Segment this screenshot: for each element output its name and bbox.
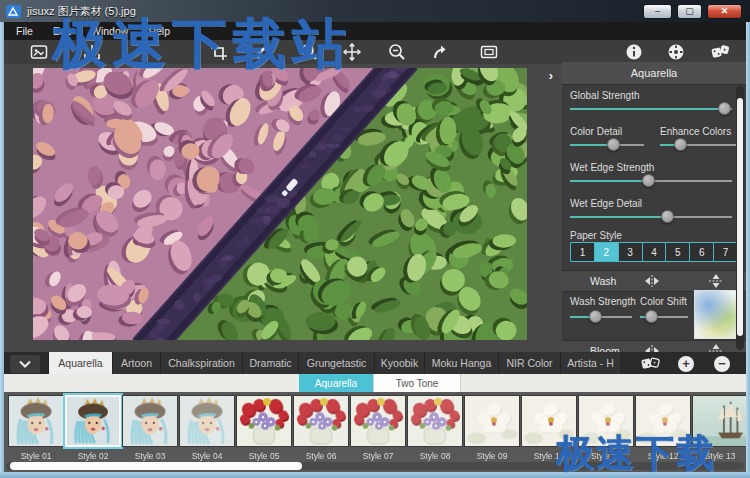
- paper-style-6[interactable]: 6: [689, 242, 714, 262]
- pan-icon[interactable]: [342, 42, 362, 62]
- collapse-strip-button[interactable]: [10, 355, 40, 373]
- wash-section-bar[interactable]: Wash: [562, 270, 746, 292]
- wet-edge-detail-slider[interactable]: [570, 210, 732, 224]
- color-detail-label: Color Detail: [570, 126, 622, 137]
- slider-knob[interactable]: [642, 174, 655, 187]
- menu-item-edit[interactable]: Edit: [53, 25, 71, 37]
- zoom-out-icon[interactable]: [387, 42, 407, 62]
- add-preset-button[interactable]: +: [678, 356, 694, 372]
- paper-style-label: Paper Style: [570, 230, 622, 241]
- subtab-two-tone[interactable]: Two Tone: [373, 374, 461, 392]
- style-thumbnail-style-05[interactable]: Style 05: [236, 395, 292, 461]
- flip-horizontal-icon[interactable]: [644, 344, 660, 352]
- slider-knob[interactable]: [645, 310, 658, 323]
- panel-scrollbar-thumb[interactable]: [737, 98, 743, 336]
- tab-artoon[interactable]: Artoon: [112, 352, 160, 374]
- randomize-icon[interactable]: [710, 42, 730, 62]
- tab-grungetastic[interactable]: Grungetastic: [298, 352, 374, 374]
- style-preview-image[interactable]: [521, 395, 577, 447]
- paper-style-7[interactable]: 7: [713, 242, 738, 262]
- style-preview-image[interactable]: [635, 395, 691, 447]
- paper-style-buttons: 1234567: [570, 242, 738, 262]
- title-bar[interactable]: jisuxz 图片素材 (5).jpg – ▢ ✕: [0, 0, 750, 22]
- style-preview-image[interactable]: [464, 395, 520, 447]
- edited-photo-canvas[interactable]: [33, 68, 527, 340]
- menu-item-help[interactable]: Help: [148, 25, 170, 37]
- style-preview-image[interactable]: [122, 395, 178, 447]
- bloom-section-bar[interactable]: Bloom: [562, 340, 746, 352]
- subtab-aquarella[interactable]: Aquarella: [299, 374, 373, 392]
- wash-strength-slider[interactable]: [570, 310, 632, 324]
- toolbar: [4, 40, 746, 64]
- style-thumbnail-style-10[interactable]: Style 10: [521, 395, 577, 461]
- tab-moku-hanga[interactable]: Moku Hanga: [424, 352, 498, 374]
- panel-collapse-button[interactable]: ›: [540, 66, 562, 86]
- maximize-button[interactable]: ▢: [677, 4, 702, 19]
- slider-knob[interactable]: [661, 210, 674, 223]
- style-thumbnail-style-07[interactable]: Style 07: [350, 395, 406, 461]
- color-detail-slider[interactable]: [570, 138, 644, 152]
- tab-artista-h[interactable]: Artista - H: [560, 352, 620, 374]
- style-thumbnail-style-04[interactable]: Style 04: [179, 395, 235, 461]
- slider-knob[interactable]: [718, 102, 731, 115]
- style-thumbnail-style-12[interactable]: Style 12: [635, 395, 691, 461]
- style-preview-image[interactable]: [407, 395, 463, 447]
- style-thumbnail-style-02[interactable]: Style 02: [65, 395, 121, 461]
- enhance-colors-slider[interactable]: [660, 138, 738, 152]
- flip-horizontal-icon[interactable]: [644, 274, 660, 288]
- style-label: Style 12: [635, 451, 691, 461]
- preview-icon[interactable]: [479, 42, 499, 62]
- style-thumbnail-style-11[interactable]: Style 11: [578, 395, 634, 461]
- paper-style-2[interactable]: 2: [594, 242, 619, 262]
- style-preview-image[interactable]: [578, 395, 634, 447]
- info-icon[interactable]: [624, 42, 644, 62]
- remove-preset-button[interactable]: −: [714, 356, 730, 372]
- thumbnail-scrollbar-thumb[interactable]: [10, 462, 302, 470]
- minimize-button[interactable]: –: [643, 4, 672, 19]
- menu-item-file[interactable]: File: [16, 25, 33, 37]
- zoom-in-icon[interactable]: [299, 42, 319, 62]
- tab-dramatic[interactable]: Dramatic: [242, 352, 298, 374]
- wet-edge-strength-slider[interactable]: [570, 174, 732, 188]
- tab-kyoobik[interactable]: Kyoobik: [374, 352, 424, 374]
- style-preview-image[interactable]: [692, 395, 746, 447]
- style-thumbnail-style-09[interactable]: Style 09: [464, 395, 520, 461]
- style-preview-image[interactable]: [8, 395, 64, 447]
- slider-knob[interactable]: [674, 138, 687, 151]
- style-preview-image[interactable]: [350, 395, 406, 447]
- style-thumbnail-style-13[interactable]: Style 13: [692, 395, 746, 461]
- randomize-style-icon[interactable]: [640, 355, 660, 372]
- open-image-icon[interactable]: [29, 42, 49, 62]
- slider-knob[interactable]: [589, 310, 602, 323]
- paper-style-4[interactable]: 4: [642, 242, 667, 262]
- redo-icon[interactable]: [431, 42, 451, 62]
- brush-icon[interactable]: [254, 42, 274, 62]
- slider-knob[interactable]: [607, 138, 620, 151]
- style-thumbnail-style-01[interactable]: Style 01: [8, 395, 64, 461]
- color-shift-slider[interactable]: [640, 310, 688, 324]
- import-icon[interactable]: [82, 42, 102, 62]
- style-preview-image[interactable]: [293, 395, 349, 447]
- style-preview-image[interactable]: [236, 395, 292, 447]
- style-thumbnail-style-03[interactable]: Style 03: [122, 395, 178, 461]
- flip-vertical-icon[interactable]: [708, 344, 724, 352]
- tab-nir-color[interactable]: NIR Color: [498, 352, 560, 374]
- settings-icon[interactable]: [666, 42, 686, 62]
- close-button[interactable]: ✕: [707, 4, 742, 19]
- tab-aquarella[interactable]: Aquarella: [48, 352, 112, 374]
- flip-vertical-icon[interactable]: [708, 274, 724, 288]
- style-thumbnail-style-06[interactable]: Style 06: [293, 395, 349, 461]
- slider-fill: [570, 180, 648, 182]
- style-thumbnail-style-08[interactable]: Style 08: [407, 395, 463, 461]
- window-border-right: [746, 22, 750, 478]
- paper-style-1[interactable]: 1: [570, 242, 595, 262]
- paper-style-5[interactable]: 5: [665, 242, 690, 262]
- style-label: Style 06: [293, 451, 349, 461]
- style-preview-image[interactable]: [179, 395, 235, 447]
- paper-style-3[interactable]: 3: [618, 242, 643, 262]
- global-strength-slider[interactable]: [570, 102, 732, 116]
- tab-chalkspiration[interactable]: Chalkspiration: [160, 352, 242, 374]
- menu-item-window[interactable]: Window: [91, 25, 128, 37]
- crop-icon[interactable]: [209, 42, 229, 62]
- style-preview-image[interactable]: [65, 395, 121, 447]
